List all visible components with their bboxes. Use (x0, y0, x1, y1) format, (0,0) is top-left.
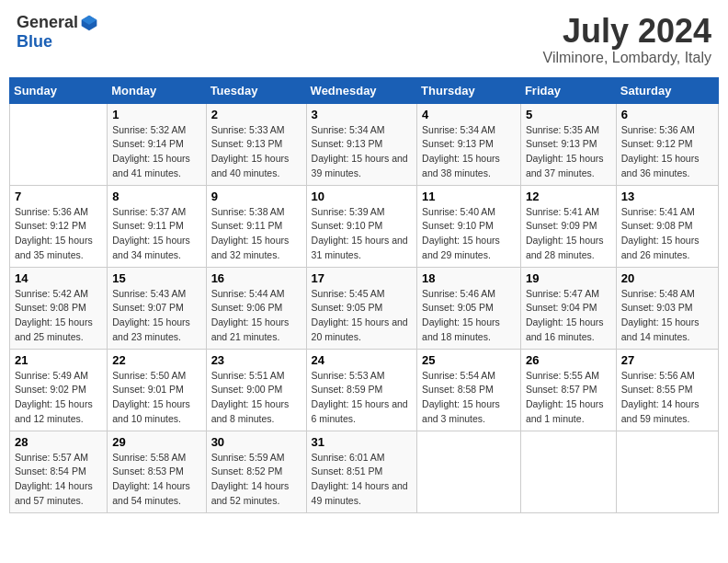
day-number: 1 (112, 108, 200, 121)
header-row: SundayMondayTuesdayWednesdayThursdayFrid… (10, 77, 719, 103)
header-day: Friday (520, 77, 616, 103)
day-number: 9 (211, 190, 301, 203)
day-info: Sunrise: 5:55 AMSunset: 8:57 PMDaylight:… (526, 369, 611, 427)
day-info: Sunrise: 5:46 AMSunset: 9:05 PMDaylight:… (422, 287, 516, 345)
calendar-cell: 16Sunrise: 5:44 AMSunset: 9:06 PMDayligh… (206, 267, 306, 349)
calendar-cell: 19Sunrise: 5:47 AMSunset: 9:04 PMDayligh… (520, 267, 616, 349)
day-info: Sunrise: 5:38 AMSunset: 9:11 PMDaylight:… (211, 205, 301, 263)
location-title: Vilminore, Lombardy, Italy (543, 50, 711, 66)
calendar-cell: 14Sunrise: 5:42 AMSunset: 9:08 PMDayligh… (10, 267, 108, 349)
day-info: Sunrise: 5:58 AMSunset: 8:53 PMDaylight:… (112, 451, 200, 509)
day-info: Sunrise: 5:34 AMSunset: 9:13 PMDaylight:… (312, 123, 413, 181)
day-number: 2 (211, 108, 301, 121)
day-number: 8 (112, 190, 200, 203)
day-info: Sunrise: 5:49 AMSunset: 9:02 PMDaylight:… (15, 369, 102, 427)
day-number: 24 (312, 353, 413, 367)
day-info: Sunrise: 5:51 AMSunset: 9:00 PMDaylight:… (211, 369, 301, 427)
day-info: Sunrise: 6:01 AMSunset: 8:51 PMDaylight:… (312, 451, 413, 509)
day-info: Sunrise: 5:35 AMSunset: 9:13 PMDaylight:… (526, 123, 611, 181)
calendar-cell: 10Sunrise: 5:39 AMSunset: 9:10 PMDayligh… (306, 185, 417, 267)
day-number: 4 (422, 108, 516, 121)
day-number: 22 (112, 353, 200, 367)
day-number: 26 (526, 353, 611, 367)
calendar-cell: 28Sunrise: 5:57 AMSunset: 8:54 PMDayligh… (10, 431, 108, 512)
calendar-cell: 17Sunrise: 5:45 AMSunset: 9:05 PMDayligh… (306, 267, 417, 349)
day-info: Sunrise: 5:33 AMSunset: 9:13 PMDaylight:… (211, 123, 301, 181)
calendar-cell: 9Sunrise: 5:38 AMSunset: 9:11 PMDaylight… (206, 185, 306, 267)
day-number: 16 (211, 271, 301, 285)
calendar-cell (10, 103, 108, 185)
day-info: Sunrise: 5:40 AMSunset: 9:10 PMDaylight:… (422, 205, 516, 263)
calendar-cell (616, 431, 718, 512)
day-number: 25 (422, 353, 516, 367)
day-info: Sunrise: 5:54 AMSunset: 8:58 PMDaylight:… (422, 369, 516, 427)
calendar-cell: 13Sunrise: 5:41 AMSunset: 9:08 PMDayligh… (616, 185, 718, 267)
calendar-cell: 26Sunrise: 5:55 AMSunset: 8:57 PMDayligh… (520, 349, 616, 431)
calendar-cell: 6Sunrise: 5:36 AMSunset: 9:12 PMDaylight… (616, 103, 718, 185)
day-number: 28 (15, 435, 102, 449)
calendar-week-row: 1Sunrise: 5:32 AMSunset: 9:14 PMDaylight… (10, 103, 719, 185)
calendar-cell: 12Sunrise: 5:41 AMSunset: 9:09 PMDayligh… (520, 185, 616, 267)
calendar-cell: 7Sunrise: 5:36 AMSunset: 9:12 PMDaylight… (10, 185, 108, 267)
day-info: Sunrise: 5:37 AMSunset: 9:11 PMDaylight:… (112, 205, 200, 263)
day-info: Sunrise: 5:41 AMSunset: 9:08 PMDaylight:… (621, 205, 713, 263)
calendar-cell: 29Sunrise: 5:58 AMSunset: 8:53 PMDayligh… (108, 431, 206, 512)
day-number: 6 (621, 108, 713, 121)
header-day: Thursday (417, 77, 521, 103)
calendar-cell: 1Sunrise: 5:32 AMSunset: 9:14 PMDaylight… (108, 103, 206, 185)
calendar-cell (417, 431, 521, 512)
day-info: Sunrise: 5:41 AMSunset: 9:09 PMDaylight:… (526, 205, 611, 263)
day-number: 17 (312, 271, 413, 285)
day-info: Sunrise: 5:56 AMSunset: 8:55 PMDaylight:… (621, 369, 713, 427)
day-number: 11 (422, 190, 516, 203)
day-number: 7 (15, 190, 102, 203)
calendar-cell: 30Sunrise: 5:59 AMSunset: 8:52 PMDayligh… (206, 431, 306, 512)
calendar-cell: 2Sunrise: 5:33 AMSunset: 9:13 PMDaylight… (206, 103, 306, 185)
calendar-cell: 8Sunrise: 5:37 AMSunset: 9:11 PMDaylight… (108, 185, 206, 267)
calendar-cell: 22Sunrise: 5:50 AMSunset: 9:01 PMDayligh… (108, 349, 206, 431)
logo-icon (80, 14, 98, 32)
day-info: Sunrise: 5:36 AMSunset: 9:12 PMDaylight:… (15, 205, 102, 263)
day-number: 13 (621, 190, 713, 203)
header-day: Monday (108, 77, 206, 103)
calendar-cell: 23Sunrise: 5:51 AMSunset: 9:00 PMDayligh… (206, 349, 306, 431)
day-number: 29 (112, 435, 200, 449)
calendar-cell: 25Sunrise: 5:54 AMSunset: 8:58 PMDayligh… (417, 349, 521, 431)
day-number: 15 (112, 271, 200, 285)
day-info: Sunrise: 5:43 AMSunset: 9:07 PMDaylight:… (112, 287, 200, 345)
header-day: Wednesday (306, 77, 417, 103)
header-day: Tuesday (206, 77, 306, 103)
day-info: Sunrise: 5:39 AMSunset: 9:10 PMDaylight:… (312, 205, 413, 263)
calendar-cell (520, 431, 616, 512)
logo-blue-text: Blue (17, 32, 52, 52)
calendar-table: SundayMondayTuesdayWednesdayThursdayFrid… (9, 77, 719, 513)
day-number: 23 (211, 353, 301, 367)
day-info: Sunrise: 5:59 AMSunset: 8:52 PMDaylight:… (211, 451, 301, 509)
day-info: Sunrise: 5:50 AMSunset: 9:01 PMDaylight:… (112, 369, 200, 427)
calendar-cell: 24Sunrise: 5:53 AMSunset: 8:59 PMDayligh… (306, 349, 417, 431)
day-number: 20 (621, 271, 713, 285)
title-section: July 2024 Vilminore, Lombardy, Italy (543, 13, 711, 66)
calendar-cell: 21Sunrise: 5:49 AMSunset: 9:02 PMDayligh… (10, 349, 108, 431)
calendar-cell: 18Sunrise: 5:46 AMSunset: 9:05 PMDayligh… (417, 267, 521, 349)
day-number: 18 (422, 271, 516, 285)
day-number: 3 (312, 108, 413, 121)
day-number: 12 (526, 190, 611, 203)
day-number: 10 (312, 190, 413, 203)
day-info: Sunrise: 5:44 AMSunset: 9:06 PMDaylight:… (211, 287, 301, 345)
day-info: Sunrise: 5:53 AMSunset: 8:59 PMDaylight:… (312, 369, 413, 427)
calendar-week-row: 28Sunrise: 5:57 AMSunset: 8:54 PMDayligh… (10, 431, 719, 512)
calendar-cell: 3Sunrise: 5:34 AMSunset: 9:13 PMDaylight… (306, 103, 417, 185)
day-info: Sunrise: 5:57 AMSunset: 8:54 PMDaylight:… (15, 451, 102, 509)
day-info: Sunrise: 5:36 AMSunset: 9:12 PMDaylight:… (621, 123, 713, 181)
day-number: 14 (15, 271, 102, 285)
logo-general-text: General (17, 13, 78, 32)
month-title: July 2024 (543, 13, 711, 50)
calendar-cell: 11Sunrise: 5:40 AMSunset: 9:10 PMDayligh… (417, 185, 521, 267)
calendar-cell: 20Sunrise: 5:48 AMSunset: 9:03 PMDayligh… (616, 267, 718, 349)
header-day: Saturday (616, 77, 718, 103)
day-number: 21 (15, 353, 102, 367)
calendar-cell: 4Sunrise: 5:34 AMSunset: 9:13 PMDaylight… (417, 103, 521, 185)
calendar-week-row: 14Sunrise: 5:42 AMSunset: 9:08 PMDayligh… (10, 267, 719, 349)
day-info: Sunrise: 5:48 AMSunset: 9:03 PMDaylight:… (621, 287, 713, 345)
